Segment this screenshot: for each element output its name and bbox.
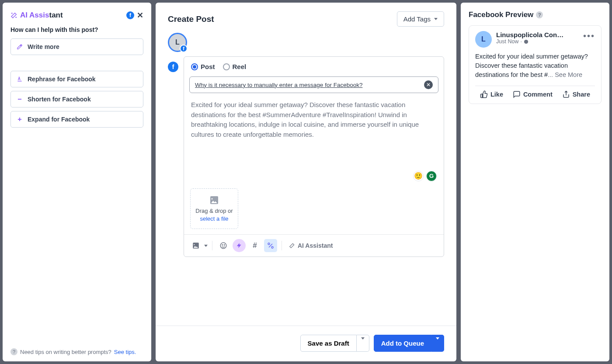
reel-radio[interactable]: Reel	[223, 63, 247, 70]
save-draft-dropdown[interactable]	[357, 335, 369, 352]
chevron-down-icon[interactable]	[204, 245, 208, 247]
save-draft-button[interactable]: Save as Draft	[300, 335, 357, 352]
facebook-preview-card: L Linuspoplicola Connecte… Just Now· •••…	[469, 25, 602, 104]
hashtag-button[interactable]: #	[248, 239, 261, 252]
preview-panel: Facebook Preview ? L Linuspoplicola Conn…	[461, 3, 609, 361]
bolt-button[interactable]	[233, 239, 246, 252]
pencil-icon	[16, 44, 23, 50]
ai-assistant-button[interactable]: AI Assistant	[286, 240, 335, 251]
image-icon	[195, 195, 233, 205]
create-post-header: Create Post Add Tags	[156, 3, 456, 33]
chevron-down-icon	[436, 337, 439, 347]
post-editor: Post Reel Why is it necessary to manuall…	[184, 56, 444, 257]
ai-header: AI Assistant f ✕	[10, 10, 143, 20]
chevron-down-icon	[361, 337, 365, 347]
close-icon[interactable]: ✕	[137, 10, 143, 20]
button-label: Expand for Facebook	[28, 116, 90, 123]
add-to-queue-dropdown[interactable]	[431, 335, 444, 352]
ai-title: AI Assistant	[10, 11, 63, 20]
page-title: Create Post	[168, 14, 214, 24]
radio-icon	[191, 63, 198, 70]
more-icon[interactable]: •••	[583, 31, 595, 41]
button-label: Rephrase for Facebook	[28, 76, 96, 83]
add-queue-group: Add to Queue	[374, 335, 444, 352]
post-type-selector: Post Reel	[184, 57, 444, 76]
create-post-panel: Create Post Add Tags L f f Post Reel	[156, 3, 456, 361]
button-label: Shorten for Facebook	[28, 96, 91, 103]
media-picker-button[interactable]	[189, 239, 202, 252]
media-upload[interactable]: Drag & drop or select a file	[190, 188, 238, 229]
rephrase-button[interactable]: Rephrase for Facebook	[10, 71, 143, 87]
preview-body: Excited for your ideal summer getaway? D…	[475, 48, 595, 86]
minus-icon	[16, 96, 23, 102]
variables-button[interactable]	[264, 239, 277, 252]
facebook-icon: f	[126, 11, 134, 19]
see-more-link[interactable]: ... See More	[548, 71, 582, 78]
footer-actions: Save as Draft Add to Queue	[156, 326, 456, 361]
ai-subtitle: How can I help with this post?	[10, 26, 143, 33]
share-button[interactable]: Share	[562, 90, 590, 98]
svg-point-0	[220, 243, 226, 249]
preview-avatar: L	[475, 31, 492, 48]
grammarly-icon[interactable]: G	[426, 171, 437, 181]
svg-point-5	[524, 39, 528, 43]
svg-point-1	[222, 245, 223, 246]
post-textarea[interactable]: Excited for your ideal summer getaway? D…	[184, 97, 444, 185]
editor-toolbar: # AI Assistant	[184, 234, 444, 257]
facebook-badge-icon: f	[180, 45, 188, 52]
rephrase-icon	[16, 76, 23, 82]
like-button[interactable]: Like	[480, 90, 503, 98]
footer-tip: ? Need tips on writing better prompts? S…	[10, 348, 143, 355]
account-avatar[interactable]: L f	[168, 33, 187, 52]
preview-name: Linuspoplicola Connecte…	[496, 31, 566, 38]
chevron-down-icon	[434, 18, 438, 20]
radio-icon	[223, 63, 230, 70]
emoji-button[interactable]	[217, 239, 230, 252]
expand-button[interactable]: Expand for Facebook	[10, 111, 143, 128]
ai-assistant-panel: AI Assistant f ✕ How can I help with thi…	[3, 3, 151, 361]
shorten-button[interactable]: Shorten for Facebook	[10, 91, 143, 107]
comment-button[interactable]: Comment	[513, 90, 553, 98]
account-row: L f	[156, 33, 456, 56]
facebook-platform-icon: f	[168, 62, 178, 72]
svg-point-4	[271, 246, 273, 248]
wand-icon	[10, 12, 17, 19]
preview-time: Just Now·	[496, 38, 566, 45]
save-draft-group: Save as Draft	[300, 335, 369, 352]
info-link[interactable]: Why is it necessary to manually enter a …	[195, 82, 362, 88]
select-file-link[interactable]: select a file	[200, 215, 228, 222]
globe-icon	[524, 39, 529, 44]
svg-point-2	[224, 245, 225, 246]
emoji-icon[interactable]: 🙂	[413, 171, 424, 181]
see-tips-link[interactable]: See tips.	[114, 349, 136, 355]
info-banner: Why is it necessary to manually enter a …	[189, 76, 438, 93]
preview-title: Facebook Preview ?	[469, 10, 602, 19]
button-label: Write more	[28, 43, 59, 50]
add-to-queue-button[interactable]: Add to Queue	[374, 335, 431, 352]
add-tags-button[interactable]: Add Tags	[397, 11, 444, 27]
write-more-button[interactable]: Write more	[10, 38, 143, 55]
dismiss-icon[interactable]: ✕	[424, 80, 433, 89]
help-icon[interactable]: ?	[536, 11, 543, 18]
post-radio[interactable]: Post	[191, 63, 215, 70]
help-icon: ?	[10, 348, 17, 355]
svg-point-3	[268, 243, 270, 245]
plus-icon	[16, 116, 23, 122]
